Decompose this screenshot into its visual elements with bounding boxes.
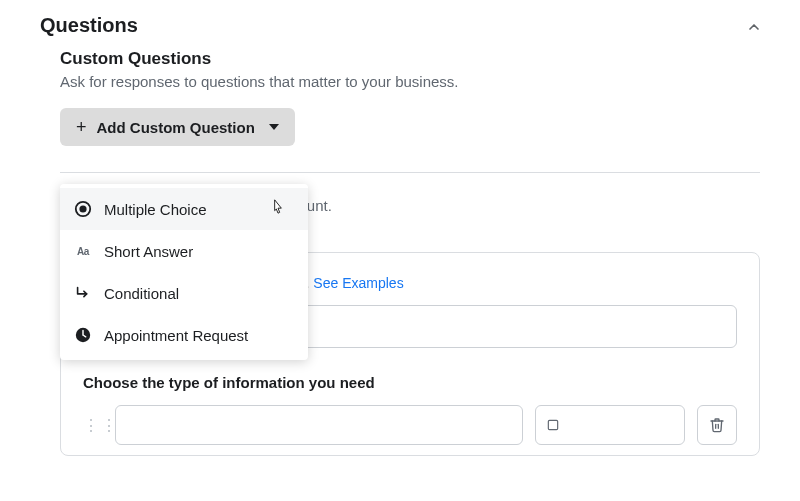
chevron-up-icon[interactable]	[746, 19, 760, 33]
dropdown-item-label: Appointment Request	[104, 327, 248, 344]
see-examples-link[interactable]: See Examples	[313, 275, 403, 291]
question-type-dropdown: Multiple Choice Aa Short Answer Conditio…	[60, 184, 308, 360]
secondary-select[interactable]	[535, 405, 685, 445]
text-icon: Aa	[74, 242, 92, 260]
svg-point-2	[79, 205, 86, 212]
section-title: Questions	[40, 14, 138, 37]
caret-down-icon	[269, 124, 279, 130]
dropdown-item-appointment-request[interactable]: Appointment Request	[60, 314, 308, 356]
section-header[interactable]: Questions	[0, 0, 800, 41]
drag-handle-icon[interactable]: ⋮⋮	[83, 416, 103, 435]
dropdown-item-multiple-choice[interactable]: Multiple Choice	[60, 188, 308, 230]
choose-type-label: Choose the type of information you need	[83, 374, 737, 391]
dropdown-item-label: Conditional	[104, 285, 179, 302]
dropdown-item-conditional[interactable]: Conditional	[60, 272, 308, 314]
field-row: ⋮⋮	[83, 405, 737, 445]
custom-questions-title: Custom Questions	[60, 49, 760, 69]
dropdown-item-short-answer[interactable]: Aa Short Answer	[60, 230, 308, 272]
clock-icon	[74, 326, 92, 344]
plus-icon: +	[76, 118, 87, 136]
field-select[interactable]	[115, 405, 523, 445]
svg-rect-0	[548, 420, 557, 429]
dropdown-item-label: Multiple Choice	[104, 201, 207, 218]
add-custom-question-button[interactable]: + Add Custom Question	[60, 108, 295, 146]
add-custom-question-label: Add Custom Question	[97, 119, 255, 136]
radio-icon	[74, 200, 92, 218]
delete-field-button[interactable]	[697, 405, 737, 445]
custom-questions-desc: Ask for responses to questions that matt…	[60, 73, 760, 90]
branch-icon	[74, 284, 92, 302]
dropdown-item-label: Short Answer	[104, 243, 193, 260]
divider	[60, 172, 760, 173]
